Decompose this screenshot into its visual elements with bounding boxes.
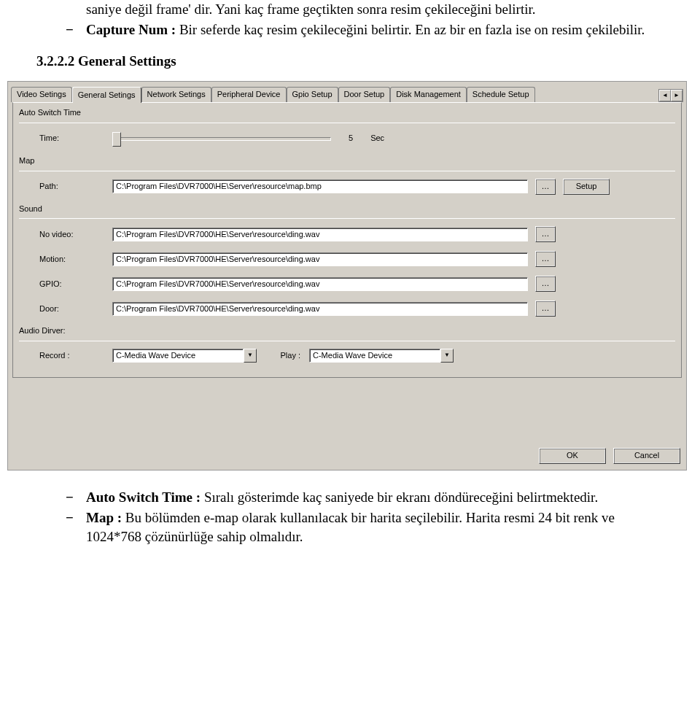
cancel-button[interactable]: Cancel: [613, 448, 680, 464]
tab-disk-management[interactable]: Disk Management: [390, 87, 467, 102]
play-value: C-Media Wave Device: [309, 349, 440, 363]
bullet-label: Capture Num :: [86, 22, 176, 37]
chevron-down-icon[interactable]: ▼: [244, 349, 257, 363]
time-label: Time:: [39, 133, 112, 144]
tab-gpio-setup[interactable]: Gpio Setup: [287, 87, 338, 102]
sound-door-label: Door:: [39, 303, 112, 314]
play-combo[interactable]: C-Media Wave Device ▼: [309, 349, 454, 363]
sound-gpio-browse-button[interactable]: …: [535, 276, 556, 292]
sound-novideo-label: No video:: [39, 229, 112, 240]
tab-bar: Video Setings General Setings Network Se…: [8, 82, 686, 102]
sound-gpio-input[interactable]: C:\Program Files\DVR7000\HE\Server\resou…: [112, 277, 528, 291]
bullet-map: − Map : Bu bölümden e-map olarak kullanı…: [66, 508, 664, 546]
sound-motion-browse-button[interactable]: …: [535, 251, 556, 267]
dash-icon: −: [66, 508, 86, 546]
settings-dialog: Video Setings General Setings Network Se…: [7, 81, 687, 471]
record-label: Record :: [39, 350, 112, 361]
tab-door-setup[interactable]: Door Setup: [338, 87, 391, 102]
sound-door-input[interactable]: C:\Program Files\DVR7000\HE\Server\resou…: [112, 302, 528, 316]
sound-gpio-label: GPIO:: [39, 279, 112, 290]
sound-novideo-browse-button[interactable]: …: [535, 226, 556, 242]
chevron-down-icon[interactable]: ▼: [440, 349, 454, 363]
tab-scroll-left-icon[interactable]: ◄: [659, 90, 671, 101]
group-auto-switch-title: Auto Switch Time: [19, 107, 675, 118]
bullet-label: Auto Switch Time :: [86, 489, 201, 505]
tab-scroll-right-icon[interactable]: ►: [671, 90, 682, 101]
time-slider[interactable]: [112, 131, 331, 147]
time-value: 5: [349, 133, 353, 144]
dash-icon: −: [66, 20, 86, 39]
bullet-text: Bu bölümden e-map olarak kullanılacak bi…: [86, 510, 615, 544]
time-unit: Sec: [370, 133, 384, 144]
bullet-capture-num: − Capture Num : Bir seferde kaç resim çe…: [66, 20, 664, 39]
tab-network-settings[interactable]: Network Setings: [141, 87, 211, 102]
bullet-text: Sıralı gösterimde kaç saniyede bir ekran…: [201, 489, 598, 505]
ok-button[interactable]: OK: [539, 448, 606, 464]
tab-peripheral-device[interactable]: Peripheral Device: [211, 87, 287, 102]
sound-door-browse-button[interactable]: …: [535, 301, 556, 317]
bullet-text: Bir seferde kaç resim çekileceğini belir…: [176, 22, 645, 37]
dash-icon: −: [66, 488, 86, 507]
bullet-auto-switch-time: − Auto Switch Time : Sıralı gösterimde k…: [66, 488, 664, 507]
settings-panel: Auto Switch Time Time: 5 Sec Map Path: C: [12, 102, 682, 378]
sound-motion-input[interactable]: C:\Program Files\DVR7000\HE\Server\resou…: [112, 252, 528, 266]
group-sound-title: Sound: [19, 204, 675, 214]
paragraph-continuation: saniye değil frame' dir. Yani kaç frame …: [86, 0, 664, 19]
tab-schedule-setup[interactable]: Schedule Setup: [467, 87, 535, 102]
sound-novideo-input[interactable]: C:\Program Files\DVR7000\HE\Server\resou…: [112, 228, 528, 241]
map-path-label: Path:: [39, 181, 112, 192]
slider-thumb-icon[interactable]: [112, 132, 121, 147]
section-heading: 3.2.2.2 General Settings: [36, 52, 664, 71]
record-combo[interactable]: C-Media Wave Device ▼: [112, 349, 257, 363]
group-audio-driver-title: Audio Dirver:: [19, 325, 675, 336]
record-value: C-Media Wave Device: [112, 349, 244, 363]
map-setup-button[interactable]: Setup: [563, 179, 610, 195]
bullet-label: Map :: [86, 510, 122, 525]
play-label: Play :: [257, 350, 300, 361]
tab-scroll-spinner[interactable]: ◄ ►: [658, 89, 683, 102]
map-browse-button[interactable]: …: [535, 179, 556, 195]
tab-general-settings[interactable]: General Setings: [72, 87, 141, 103]
sound-motion-label: Motion:: [39, 254, 112, 265]
tab-video-settings[interactable]: Video Setings: [11, 87, 72, 102]
map-path-input[interactable]: C:\Program Files\DVR7000\HE\Server\resou…: [112, 179, 528, 193]
group-map-title: Map: [19, 155, 675, 166]
